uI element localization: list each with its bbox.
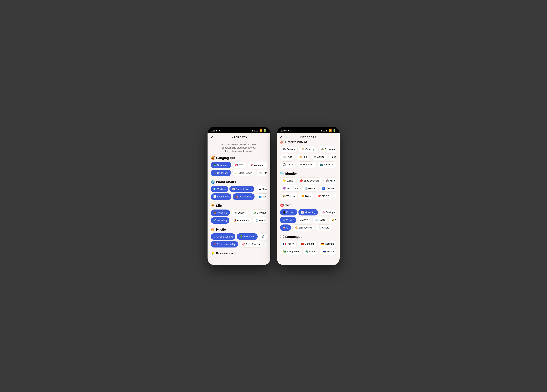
section-title-entertainment: 🎸 Entertainment	[280, 140, 336, 144]
time-2: 10:46 ➤	[281, 129, 289, 132]
tag-weddings[interactable]: 💍 Weddings	[253, 217, 267, 224]
tag-pregnancy[interactable]: 🤰 Pregnancy	[231, 217, 252, 224]
screen-header-1: < INTERESTS	[207, 133, 270, 140]
tags-row: 🎧 Music 📼 Podcasts 📺 Television	[280, 161, 336, 168]
tag-east-asian[interactable]: 💜 East Asian	[280, 185, 301, 192]
tag-crypto[interactable]: 🐇 Crypto	[316, 225, 332, 231]
tag-venture[interactable]: 💰 Ventu	[329, 217, 336, 223]
tag-climate[interactable]: 🌤 Climate	[256, 186, 267, 192]
tag-television[interactable]: 📺 Television	[317, 161, 336, 168]
tag-gaming[interactable]: 🎮 Gaming	[280, 146, 298, 152]
tags-row: 🎧 Chill Vibes ✨ Meet People 🐑 ㄱ(ツ)_	[211, 170, 267, 176]
phone-1: 10:45 ➤ ▲▲▲ 📶 🔋 < INTERESTS Add your int…	[207, 127, 270, 265]
tag-podcasts[interactable]: 📼 Podcasts	[297, 161, 316, 168]
tag-entrepreneurship[interactable]: 🚀 Entrepreneurship	[211, 241, 238, 247]
tag-german[interactable]: 🇩🇪 German	[319, 241, 336, 247]
tag-us-politics[interactable]: 🇺🇸 U.S. Politics	[233, 193, 255, 200]
tag-performances[interactable]: 🎭 Performances	[318, 146, 336, 152]
tag-networking[interactable]: 🌿 Networking	[237, 233, 258, 240]
tag-engineering[interactable]: 🍕 Engineering	[292, 225, 314, 231]
tag-advice[interactable]: ☕ Advice	[311, 154, 327, 160]
tags-row: 🎲 Trivia 💥 Fun ☕ Advice 🎙 Storyt	[280, 154, 336, 160]
tags-row: 🇫🇷 French 🇨🇳 Mandarin 🇩🇪 German	[280, 241, 336, 247]
section-title-languages: 💬 Languages	[280, 235, 336, 239]
tag-meet-people[interactable]: ✨ Meet People	[232, 170, 255, 176]
tag-trivia[interactable]: 🎲 Trivia	[280, 154, 295, 160]
tag-traveling[interactable]: ✈️ Traveling	[211, 217, 229, 224]
tag-music[interactable]: 🎧 Music	[280, 161, 295, 168]
tag-fun[interactable]: 💥 Fun	[296, 154, 310, 160]
back-button-2[interactable]: <	[280, 135, 282, 139]
tag-small-business[interactable]: 🖇 Small Business	[211, 233, 236, 240]
tag-welcome-new[interactable]: 🎉 Welcome New	[248, 162, 267, 168]
tag-storytelling[interactable]: 🎙 Storyt	[328, 154, 336, 160]
tags-row: 👭 Women 🧡 Black ❤️ BIPOC 🏳️‍🌈 LG	[280, 193, 336, 199]
section-hanging-out: 🥰 Hanging Out 🧑‍💻 Coworking 🎯 PTR 🎉 Welc…	[211, 156, 267, 176]
tag-mandarin[interactable]: 🇨🇳 Mandarin	[298, 241, 317, 247]
tag-dtc[interactable]: 🛍 DTC	[298, 217, 311, 223]
screen-1: < INTERESTS Add your interests so we can…	[207, 133, 270, 265]
section-title-hustle: 🔥 Hustle	[211, 227, 267, 231]
tag-arabic[interactable]: 🇸🇦 Arabic	[303, 248, 319, 255]
screen-content-2[interactable]: 🎸 Entertainment 🎮 Gaming 🐒 Comedy 🎭 Perf…	[277, 140, 340, 262]
tag-chill-vibes[interactable]: 🎧 Chill Vibes	[211, 170, 231, 176]
tags-row: 🧠 AI 🍕 Engineering 🐇 Crypto	[280, 225, 336, 231]
tag-lgbtq[interactable]: 🏳️‍🌈 LG	[333, 193, 336, 199]
back-button-1[interactable]: <	[211, 135, 213, 139]
tag-social[interactable]: 👥 Social I	[256, 193, 267, 200]
section-title-identity: 🫧 Identity	[280, 172, 336, 176]
tags-row: 🇧🇷 Portuguese 🇸🇦 Arabic 🇷🇺 Russian	[280, 248, 336, 255]
section-title-tech: 🎯 Tech	[280, 203, 336, 207]
screen-content-1[interactable]: Add your interests so we can beginto per…	[207, 140, 270, 265]
tag-support[interactable]: ☕ Support	[231, 210, 249, 216]
tags-row: 📱 Product 📈 Marketing 🦄 Startups	[280, 209, 336, 215]
tag-french[interactable]: 🇫🇷 French	[280, 241, 297, 247]
tag-marketing[interactable]: 📈 Marketing	[298, 209, 318, 215]
tags-row: 💜 East Asian 👔 Gen X ♿ Disabled	[280, 185, 336, 192]
tag-parenting[interactable]: 🐻 Parenting	[211, 210, 230, 216]
section-entertainment: 🎸 Entertainment 🎮 Gaming 🐒 Comedy 🎭 Perf…	[280, 140, 336, 168]
tag-women[interactable]: 👭 Women	[280, 193, 298, 199]
section-identity: 🫧 Identity 💛 Latino 🔴 Baby Boomers 🤖 Mil…	[280, 172, 336, 199]
status-icons-1: ▲▲▲ 📶 🔋	[251, 129, 267, 132]
section-title-hanging-out: 🥰 Hanging Out	[211, 156, 267, 160]
tag-bipoc[interactable]: ❤️ BIPOC	[315, 193, 332, 199]
tag-grownuping[interactable]: 💸 Grownuping	[250, 210, 267, 216]
tag-latino[interactable]: 💛 Latino	[280, 178, 296, 184]
tag-clap[interactable]: 👏	[265, 241, 267, 247]
section-title-knowledge: 💡 Knowledge	[211, 251, 267, 255]
tag-millennials[interactable]: 🤖 Millennia	[323, 178, 336, 184]
tags-row: 🖇 Small Business 🌿 Networking 🎵 Tik	[211, 233, 267, 240]
tag-startups[interactable]: 🦄 Startups	[319, 209, 336, 215]
intro-text-1: Add your interests so we can beginto per…	[211, 140, 267, 156]
tag-gen-x[interactable]: 👔 Gen X	[302, 185, 318, 192]
tag-shrug[interactable]: 🐑 ㄱ(ツ)_	[256, 170, 267, 176]
section-tech: 🎯 Tech 📱 Product 📈 Marketing 🦄 Startups …	[280, 203, 336, 231]
knowledge-divider	[211, 257, 220, 258]
tag-tik[interactable]: 🎵 Tik	[259, 233, 267, 240]
tag-comedy[interactable]: 🐒 Comedy	[299, 146, 317, 152]
section-title-world-affairs: 🌍 World Affairs	[211, 180, 267, 184]
tag-saas[interactable]: ☁️ SaaS	[312, 217, 328, 223]
tag-vrar[interactable]: 🥽 VR/AR	[280, 217, 296, 223]
tags-row: 🎮 Gaming 🐒 Comedy 🎭 Performances	[280, 146, 336, 152]
tag-current-events[interactable]: 📰 Current Events	[229, 186, 254, 192]
status-bar-2: 10:46 ➤ ▲▲▲ 📶 🔋	[277, 127, 340, 133]
section-life: 🌻 Life 🐻 Parenting ☕ Support 💸 Grownupin…	[211, 204, 267, 224]
tag-black[interactable]: 🧡 Black	[299, 193, 314, 199]
tag-baby-boomers[interactable]: 🔴 Baby Boomers	[297, 178, 322, 184]
screen-header-2: < INTERESTS	[277, 133, 340, 140]
section-world-affairs: 🌍 World Affairs 📊 Markets 📰 Current Even…	[211, 180, 267, 200]
section-hustle: 🔥 Hustle 🖇 Small Business 🌿 Networking 🎵…	[211, 227, 267, 247]
tag-product[interactable]: 📱 Product	[280, 209, 297, 215]
tag-pitch-practice[interactable]: 🎯 Pitch Practice	[239, 241, 263, 247]
tag-disabled[interactable]: ♿ Disabled	[319, 185, 336, 192]
tag-economics[interactable]: 📉 Economics	[211, 193, 232, 200]
tag-russian[interactable]: 🇷🇺 Russian	[320, 248, 336, 255]
tag-ai[interactable]: 🧠 AI	[280, 225, 291, 231]
tag-ptr[interactable]: 🎯 PTR	[232, 162, 246, 168]
tags-row: 🥽 VR/AR 🛍 DTC ☁️ SaaS 💰 Ventu	[280, 217, 336, 223]
tag-markets[interactable]: 📊 Markets	[211, 186, 228, 192]
tag-portuguese[interactable]: 🇧🇷 Portuguese	[280, 248, 302, 255]
tag-coworking[interactable]: 🧑‍💻 Coworking	[211, 162, 231, 168]
